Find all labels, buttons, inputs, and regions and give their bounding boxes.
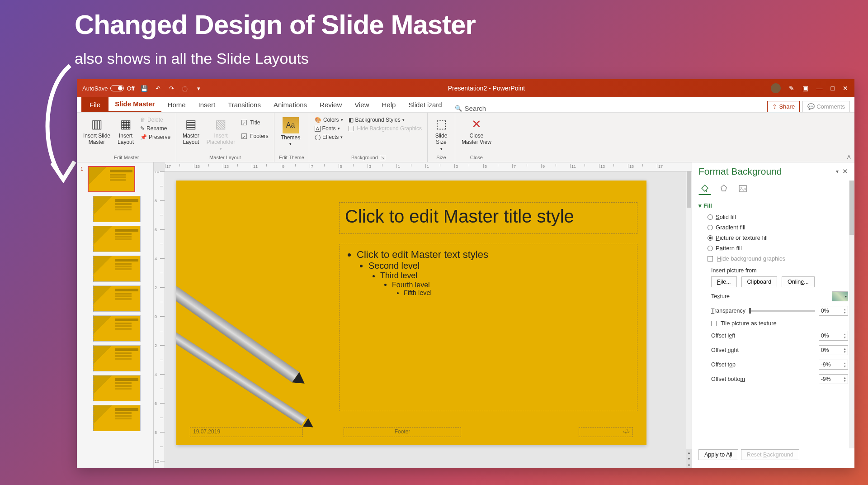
group-background: 🎨Colors▾ AFonts▾ ◯Effects▾ ◧Background S…: [309, 113, 428, 162]
comments-button[interactable]: 💬Comments: [802, 101, 850, 112]
themes-icon: Aa: [283, 117, 299, 133]
maximize-button[interactable]: □: [831, 85, 835, 92]
fonts-button[interactable]: AFonts▾: [314, 125, 344, 132]
layout-thumbnail[interactable]: [93, 315, 141, 342]
scroll-up-icon[interactable]: ▴: [686, 449, 692, 456]
pattern-fill-radio[interactable]: Pattern fill: [698, 243, 848, 253]
tab-animations[interactable]: Animations: [267, 97, 313, 112]
qat-dropdown-icon[interactable]: ▾: [195, 85, 202, 92]
pane-scrollbar[interactable]: [849, 181, 854, 448]
slide-scroll-region[interactable]: Click to edit Master title style Click t…: [165, 171, 686, 468]
insert-layout-icon: ▦: [118, 117, 133, 132]
ribbon-tabs: File Slide Master Home Insert Transition…: [77, 97, 854, 113]
undo-icon[interactable]: ↶: [154, 85, 161, 92]
texture-dropdown[interactable]: ▾: [832, 291, 848, 301]
fill-section-header[interactable]: ▾Fill: [698, 200, 848, 212]
layout-thumbnail[interactable]: [93, 226, 141, 252]
tab-help[interactable]: Help: [376, 97, 402, 112]
tab-slide-master[interactable]: Slide Master: [108, 96, 161, 112]
scroll-menu-icon[interactable]: ≡: [686, 462, 692, 468]
colors-button[interactable]: 🎨Colors▾: [314, 116, 344, 124]
layout-thumbnail[interactable]: [93, 196, 141, 222]
start-from-beginning-icon[interactable]: ▢: [181, 85, 189, 92]
share-button[interactable]: ⇪Share: [767, 101, 800, 112]
checkbox-icon: [241, 120, 247, 125]
picture-fill-radio[interactable]: Picture or texture fill: [698, 233, 848, 243]
dialog-launcher-icon[interactable]: ↘: [380, 155, 385, 160]
close-button[interactable]: ✕: [843, 85, 848, 92]
scroll-down-icon[interactable]: ▾: [686, 456, 692, 462]
transparency-slider[interactable]: [749, 310, 815, 312]
effects-icon: ◯: [315, 134, 321, 140]
pane-options-icon[interactable]: ▾: [836, 168, 839, 175]
bg-styles-icon: ◧: [349, 117, 354, 123]
slide-number-placeholder[interactable]: ‹#›: [579, 427, 633, 437]
slide-master-thumbnail[interactable]: [88, 166, 135, 192]
insert-placeholder-icon: ▧: [213, 117, 228, 132]
pane-close-icon[interactable]: ✕: [842, 167, 848, 176]
offset-right-input[interactable]: 0%▴▾: [819, 345, 848, 355]
clipboard-button[interactable]: Clipboard: [741, 276, 778, 287]
footer-placeholder[interactable]: Footer: [344, 427, 461, 437]
effects-tab-icon[interactable]: [717, 182, 730, 195]
tell-me-search[interactable]: Search: [448, 105, 493, 112]
title-placeholder[interactable]: Click to edit Master title style: [339, 202, 637, 234]
layout-thumbnail[interactable]: [93, 375, 141, 401]
picture-tab-icon[interactable]: [736, 182, 749, 195]
background-styles-button[interactable]: ◧Background Styles▾: [348, 116, 423, 124]
offset-top-input[interactable]: -9%▴▾: [819, 360, 848, 370]
master-layout-icon: ▤: [184, 117, 198, 132]
file-button[interactable]: File...: [711, 276, 737, 287]
tab-view[interactable]: View: [348, 97, 375, 112]
vertical-ruler[interactable]: 1086420246810: [154, 171, 165, 468]
insert-slide-master-icon: ▥: [90, 117, 104, 132]
effects-button[interactable]: ◯Effects▾: [314, 133, 344, 141]
offset-top-label: Offset top: [711, 361, 736, 368]
content-placeholder[interactable]: Click to edit Master text styles Second …: [339, 244, 637, 411]
tab-slidelizard[interactable]: SlideLizard: [402, 97, 448, 112]
vertical-scrollbar[interactable]: ▴ ▾ ≡: [686, 171, 692, 468]
title-checkbox[interactable]: Title: [241, 119, 269, 126]
online-button[interactable]: Online...: [782, 276, 815, 287]
autosave-toggle[interactable]: AutoSave Off: [82, 85, 134, 92]
tab-review[interactable]: Review: [313, 97, 348, 112]
gradient-fill-radio[interactable]: Gradient fill: [698, 222, 848, 233]
offset-left-input[interactable]: 0%▴▾: [819, 331, 848, 341]
slide-size-button[interactable]: ⬚Slide Size▾: [432, 116, 450, 152]
master-layout-button[interactable]: ▤Master Layout: [181, 116, 201, 147]
slide-master-canvas[interactable]: Click to edit Master title style Click t…: [176, 181, 646, 445]
tile-checkbox[interactable]: Tile picture as texture: [698, 318, 848, 328]
tab-transitions[interactable]: Transitions: [222, 97, 267, 112]
close-master-view-button[interactable]: ✕Close Master View: [460, 116, 493, 147]
insert-layout-button[interactable]: ▦Insert Layout: [116, 116, 136, 147]
horizontal-ruler[interactable]: 17151311975311357911131517: [165, 162, 692, 171]
slide-thumbnails-pane[interactable]: 1: [77, 162, 154, 468]
redo-icon[interactable]: ↷: [168, 85, 175, 92]
footers-checkbox[interactable]: Footers: [241, 133, 269, 140]
insert-slide-master-button[interactable]: ▥Insert Slide Master: [81, 116, 112, 147]
themes-button[interactable]: AaThemes▾: [279, 116, 302, 147]
preserve-button[interactable]: 📌Preserve: [139, 133, 171, 141]
minimize-button[interactable]: —: [816, 85, 823, 92]
tab-insert[interactable]: Insert: [192, 97, 222, 112]
tab-file[interactable]: File: [81, 97, 108, 112]
rename-button[interactable]: ✎Rename: [139, 125, 171, 132]
apply-to-all-button[interactable]: Apply to All: [698, 449, 738, 460]
layout-thumbnail[interactable]: [93, 256, 141, 282]
fill-tab-icon[interactable]: [698, 182, 711, 195]
date-placeholder[interactable]: 19.07.2019: [190, 427, 303, 437]
ribbon-display-icon[interactable]: ▣: [802, 85, 808, 92]
save-icon[interactable]: 💾: [141, 85, 148, 92]
layout-thumbnail[interactable]: [93, 345, 141, 371]
user-avatar[interactable]: [771, 83, 781, 93]
collapse-ribbon-icon[interactable]: ᐱ: [847, 154, 851, 160]
toggle-switch-icon: [110, 85, 124, 91]
tab-home[interactable]: Home: [161, 97, 192, 112]
scrollbar-handle[interactable]: [687, 171, 691, 208]
solid-fill-radio[interactable]: Solid fill: [698, 212, 848, 222]
coming-soon-icon[interactable]: ✎: [789, 85, 794, 92]
transparency-input[interactable]: 0%▴▾: [819, 306, 848, 316]
layout-thumbnail[interactable]: [93, 285, 141, 312]
layout-thumbnail[interactable]: [93, 405, 141, 431]
offset-bottom-input[interactable]: -9%▴▾: [819, 374, 848, 384]
